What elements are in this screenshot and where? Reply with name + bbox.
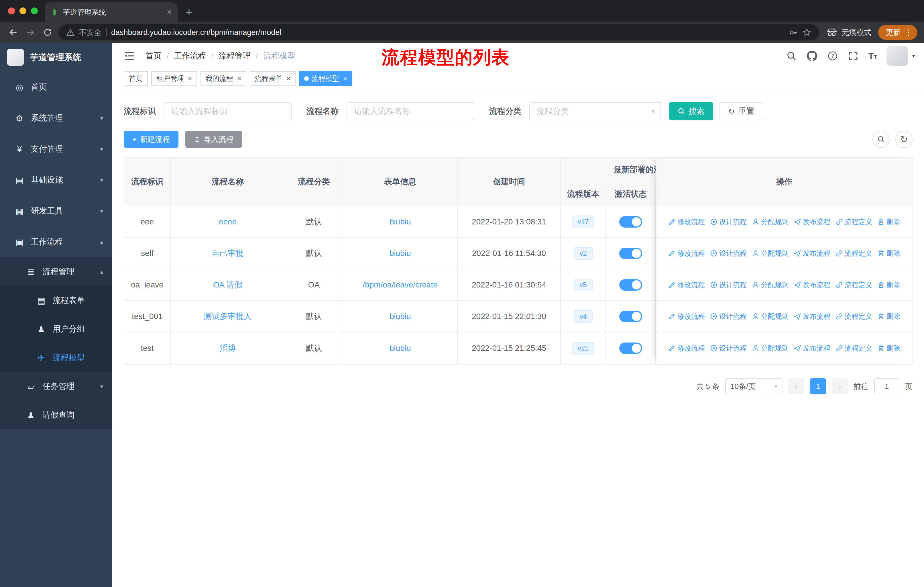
process-name-link[interactable]: 测试多审批人 — [204, 311, 252, 322]
font-size-icon[interactable]: TT — [868, 51, 877, 61]
page-number-1[interactable]: 1 — [810, 378, 826, 394]
action-definition[interactable]: 流程定义 — [835, 217, 872, 227]
action-publish[interactable]: 发布流程 — [794, 344, 830, 353]
tab-close-icon[interactable]: × — [167, 8, 172, 17]
toggle-search-button[interactable] — [873, 131, 889, 148]
forward-icon[interactable] — [24, 26, 37, 39]
active-toggle[interactable] — [619, 342, 642, 354]
action-delete[interactable]: 删除 — [877, 249, 900, 258]
category-select[interactable]: 流程分类 ▾ — [529, 102, 661, 121]
action-assign[interactable]: 分配规则 — [752, 217, 789, 227]
next-page-button[interactable]: › — [832, 378, 848, 394]
sidebar-item-system-management[interactable]: ⚙系统管理▾ — [0, 103, 112, 134]
action-edit[interactable]: 修改流程 — [668, 280, 705, 289]
action-delete[interactable]: 删除 — [877, 217, 900, 227]
action-definition[interactable]: 流程定义 — [835, 312, 872, 321]
process-name-link[interactable]: OA 请假 — [213, 279, 243, 290]
sidebar-item-process-management[interactable]: ≣流程管理▴ — [0, 257, 112, 286]
tag-close-icon[interactable]: × — [343, 75, 347, 82]
sidebar-item-workflow[interactable]: ▣工作流程▴ — [0, 227, 112, 257]
action-delete[interactable]: 删除 — [877, 344, 900, 353]
action-delete[interactable]: 删除 — [877, 280, 900, 289]
key-icon[interactable] — [789, 28, 798, 37]
github-icon[interactable] — [806, 50, 818, 62]
action-definition[interactable]: 流程定义 — [835, 344, 872, 353]
fullscreen-icon[interactable] — [848, 50, 859, 62]
form-link[interactable]: biubiu — [389, 249, 411, 258]
refresh-table-button[interactable]: ↻ — [895, 131, 912, 148]
process-id-input[interactable] — [164, 102, 292, 121]
search-icon[interactable] — [785, 50, 797, 62]
reset-button[interactable]: ↻ 重置 — [719, 102, 763, 121]
form-link[interactable]: biubiu — [389, 217, 411, 227]
action-publish[interactable]: 发布流程 — [794, 217, 830, 227]
back-icon[interactable] — [7, 26, 20, 39]
sidebar-item-user-group[interactable]: ♟用户分组 — [0, 315, 112, 343]
sidebar-item-infrastructure[interactable]: ▤基础设施▾ — [0, 165, 112, 195]
reload-icon[interactable] — [41, 26, 54, 39]
sidebar-item-process-form[interactable]: ▤流程表单 — [0, 286, 112, 315]
import-process-button[interactable]: ↥ 导入流程 — [185, 131, 242, 148]
help-icon[interactable]: ? — [827, 50, 838, 62]
action-design[interactable]: 设计流程 — [710, 312, 747, 321]
form-link[interactable]: /bpm/oa/leave/create — [363, 280, 438, 289]
create-process-button[interactable]: + 新建流程 — [124, 131, 178, 148]
action-edit[interactable]: 修改流程 — [668, 312, 705, 321]
process-name-link[interactable]: 滔博 — [220, 343, 236, 354]
sidebar-item-task-management[interactable]: ▱任务管理▾ — [0, 372, 112, 401]
tag-process-model[interactable]: 流程模型× — [299, 71, 352, 86]
window-close-button[interactable] — [8, 7, 15, 14]
browser-menu-icon[interactable]: ⋮ — [904, 28, 912, 37]
sidebar-item-home[interactable]: ◎首页 — [0, 72, 112, 103]
action-design[interactable]: 设计流程 — [710, 280, 747, 289]
breadcrumb-item[interactable]: 工作流程 — [174, 50, 206, 61]
window-zoom-button[interactable] — [31, 7, 38, 14]
goto-page-input[interactable] — [874, 378, 899, 394]
tag-tenant-management[interactable]: 租户管理× — [151, 71, 197, 86]
action-design[interactable]: 设计流程 — [710, 217, 747, 227]
window-minimize-button[interactable] — [20, 7, 26, 14]
update-button[interactable]: 更新 ⋮ — [878, 25, 917, 40]
action-publish[interactable]: 发布流程 — [794, 249, 830, 258]
breadcrumb-item[interactable]: 流程管理 — [219, 50, 251, 61]
action-design[interactable]: 设计流程 — [710, 249, 747, 258]
tag-close-icon[interactable]: × — [286, 75, 290, 82]
sidebar-item-devtools[interactable]: ▦研发工具▾ — [0, 195, 112, 227]
action-design[interactable]: 设计流程 — [710, 344, 747, 353]
process-name-input[interactable] — [346, 102, 474, 121]
new-tab-button[interactable]: + — [181, 4, 197, 20]
action-definition[interactable]: 流程定义 — [835, 280, 872, 289]
action-assign[interactable]: 分配规则 — [752, 312, 789, 321]
action-edit[interactable]: 修改流程 — [668, 249, 705, 258]
active-toggle[interactable] — [619, 248, 642, 259]
sidebar-collapse-icon[interactable] — [124, 51, 135, 61]
action-assign[interactable]: 分配规则 — [752, 280, 789, 289]
tag-home[interactable]: 首页 — [124, 71, 148, 86]
tag-my-process[interactable]: 我的流程× — [201, 71, 246, 86]
action-publish[interactable]: 发布流程 — [794, 312, 830, 321]
action-assign[interactable]: 分配规则 — [752, 344, 789, 353]
action-assign[interactable]: 分配规则 — [752, 249, 789, 258]
tag-close-icon[interactable]: × — [188, 75, 192, 82]
form-link[interactable]: biubiu — [389, 312, 411, 321]
action-delete[interactable]: 删除 — [877, 312, 900, 321]
address-bar[interactable]: 不安全 dashboard.yudao.iocoder.cn/bpm/manag… — [58, 24, 819, 40]
prev-page-button[interactable]: ‹ — [788, 378, 804, 394]
action-definition[interactable]: 流程定义 — [835, 249, 872, 258]
active-toggle[interactable] — [619, 279, 642, 291]
process-name-link[interactable]: 自己审批 — [212, 248, 244, 259]
action-publish[interactable]: 发布流程 — [794, 280, 830, 289]
browser-tab[interactable]: 芋道管理系统 × — [45, 2, 178, 22]
sidebar-item-payment-management[interactable]: ¥支付管理▾ — [0, 134, 112, 165]
form-link[interactable]: biubiu — [389, 344, 411, 353]
active-toggle[interactable] — [619, 311, 642, 322]
process-name-link[interactable]: eeee — [219, 217, 237, 227]
action-edit[interactable]: 修改流程 — [668, 217, 705, 227]
search-button[interactable]: 搜索 — [669, 102, 713, 121]
bookmark-star-icon[interactable] — [803, 28, 811, 37]
page-size-select[interactable]: 10条/页 ▾ — [725, 378, 782, 394]
tag-process-form[interactable]: 流程表单× — [250, 71, 295, 86]
action-edit[interactable]: 修改流程 — [668, 344, 705, 353]
active-toggle[interactable] — [619, 216, 642, 228]
tag-close-icon[interactable]: × — [237, 75, 241, 82]
